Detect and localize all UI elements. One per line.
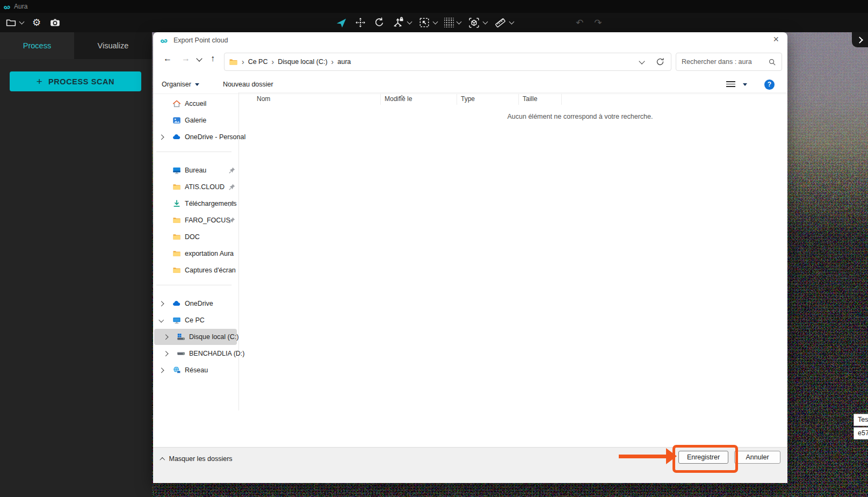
point-grid-icon — [444, 18, 454, 27]
new-folder-button[interactable]: Nouveau dossier — [223, 81, 273, 88]
move-tool-button[interactable] — [355, 17, 366, 28]
dialog-sidebar: Accueil Galerie OneDrive - Personal Bure… — [153, 92, 238, 413]
panel-tabbar: Process Visualize — [0, 32, 152, 59]
dialog-titlebar[interactable]: Export Point cloud × — [153, 32, 787, 48]
breadcrumb-item-cepc[interactable]: Ce PC — [248, 58, 268, 66]
view-options-chevron-icon[interactable] — [743, 83, 747, 86]
expand-chevron-icon[interactable] — [159, 368, 164, 372]
sidebar-item-onedrive[interactable]: OneDrive — [154, 296, 237, 312]
tab-process[interactable]: Process — [0, 32, 74, 59]
aura-logo-icon — [160, 36, 169, 45]
folder-icon — [5, 17, 17, 28]
search-icon[interactable] — [768, 58, 776, 66]
plus-icon: + — [37, 76, 42, 88]
expand-chevron-icon[interactable] — [159, 301, 164, 306]
column-header-nom[interactable]: Nom — [257, 95, 270, 103]
filename-label: Nom du fichier : — [787, 416, 850, 423]
help-button[interactable]: ? — [764, 80, 775, 90]
chevron-down-icon[interactable] — [407, 19, 413, 25]
up-button[interactable]: ↑ — [211, 54, 215, 63]
expand-chevron-icon[interactable] — [163, 351, 168, 356]
breadcrumb[interactable]: › Ce PC › Disque local (C:) › aura — [224, 53, 671, 71]
pin-icon — [228, 167, 236, 174]
sidebar-item-ce-pc[interactable]: Ce PC — [154, 312, 237, 328]
sidebar-item-label: FARO_FOCUS — [185, 217, 230, 224]
sidebar-item-telechargements[interactable]: Téléchargements — [154, 196, 237, 212]
ruler-icon — [494, 17, 507, 29]
forward-button[interactable]: → — [182, 54, 190, 63]
rotate-tool-button[interactable] — [373, 17, 385, 28]
process-scan-label: PROCESS SCAN — [48, 77, 114, 86]
collapse-chevron-icon[interactable] — [159, 317, 164, 322]
chevron-down-icon[interactable] — [433, 19, 438, 25]
column-header-modifie[interactable]: Modifié le — [385, 95, 412, 103]
screenshot-button[interactable] — [49, 17, 61, 28]
sidebar-item-onedrive-personal[interactable]: OneDrive - Personal — [154, 129, 237, 145]
sidebar-item-benchadlia-d[interactable]: BENCHADLIA (D:) — [154, 345, 237, 362]
home-icon — [172, 99, 181, 108]
sidebar-item-label: OneDrive — [185, 300, 213, 307]
sidebar-separator — [156, 285, 232, 285]
navigate-tool-button[interactable] — [335, 17, 348, 29]
sidebar-item-reseau[interactable]: Réseau — [154, 362, 237, 378]
open-project-button[interactable] — [5, 17, 24, 28]
sidebar-item-doc[interactable]: DOC — [154, 229, 237, 245]
redo-button[interactable]: ↷ — [594, 18, 602, 27]
settings-button[interactable]: ⚙ — [32, 18, 41, 27]
expand-chevron-icon[interactable] — [163, 334, 168, 339]
filename-input[interactable]: Test — [853, 414, 868, 426]
hide-folders-label: Masquer les dossiers — [169, 455, 233, 463]
tab-visualize[interactable]: Visualize — [74, 32, 152, 59]
chevron-down-icon — [195, 83, 199, 86]
hide-folders-button[interactable]: Masquer les dossiers — [161, 455, 233, 463]
sidebar-item-exportation-aura[interactable]: exportation Aura — [154, 246, 237, 262]
sidebar-item-captures-ecran[interactable]: Captures d'écran — [154, 262, 237, 278]
undo-button[interactable]: ↶ — [576, 18, 583, 27]
column-header-taille[interactable]: Taille — [523, 95, 537, 103]
folder-icon — [229, 57, 238, 67]
sidebar-separator — [156, 152, 232, 152]
export-dialog: Export Point cloud × ← → ↑ › Ce PC › Dis… — [153, 32, 787, 482]
chevron-down-icon[interactable] — [19, 19, 25, 25]
dialog-navrow: ← → ↑ › Ce PC › Disque local (C:) › aura… — [153, 48, 787, 75]
back-button[interactable]: ← — [163, 54, 172, 63]
process-scan-button[interactable]: + PROCESS SCAN — [10, 71, 141, 91]
view-list-icon[interactable] — [726, 81, 735, 88]
close-icon[interactable]: × — [770, 34, 782, 45]
cancel-button[interactable]: Annuler — [734, 451, 780, 464]
address-dropdown-chevron-icon[interactable] — [639, 58, 645, 64]
measure-tool-button[interactable] — [494, 17, 513, 29]
sidebar-item-galerie[interactable]: Galerie — [154, 112, 237, 128]
chevron-down-icon[interactable] — [509, 19, 515, 25]
clipping-box-tool-button[interactable] — [468, 17, 487, 29]
breadcrumb-item-disque-c[interactable]: Disque local (C:) — [278, 58, 327, 66]
folder-icon — [172, 233, 181, 241]
sidebar-item-bureau[interactable]: Bureau — [154, 162, 237, 178]
rotate-icon — [373, 17, 385, 28]
sidebar-item-label: BENCHADLIA (D:) — [189, 350, 245, 357]
computer-icon — [172, 316, 181, 325]
sidebar-item-faro-focus[interactable]: FARO_FOCUS — [154, 212, 237, 228]
organize-button[interactable]: Organiser — [162, 81, 199, 88]
sidebar-item-accueil[interactable]: Accueil — [154, 96, 237, 112]
sidebar-item-disque-local-c[interactable]: Disque local (C:) — [154, 329, 237, 345]
refresh-icon[interactable] — [656, 57, 664, 66]
sidebar-item-atis-cloud[interactable]: ATIS.CLOUD — [154, 179, 237, 195]
folder-icon — [172, 266, 181, 275]
breadcrumb-item-aura[interactable]: aura — [337, 58, 351, 66]
expand-chevron-icon[interactable] — [159, 134, 164, 139]
chevron-down-icon[interactable] — [457, 19, 462, 25]
recent-locations-chevron-icon[interactable] — [196, 55, 202, 61]
chevron-right-icon — [856, 37, 863, 44]
column-header-type[interactable]: Type — [461, 95, 475, 103]
chevron-down-icon[interactable] — [483, 19, 488, 25]
selection-tool-button[interactable] — [418, 17, 437, 28]
filetype-select[interactable]: e57 — [853, 427, 868, 440]
network-icon — [172, 366, 181, 374]
axis-lock-tool-button[interactable] — [392, 17, 411, 29]
point-density-tool-button[interactable] — [444, 18, 461, 27]
search-input[interactable]: Rechercher dans : aura — [676, 53, 782, 71]
crumb-separator-icon: › — [331, 57, 334, 66]
main-toolbar: ⚙ — [0, 13, 868, 32]
side-panel-expand-tab[interactable] — [852, 32, 868, 47]
